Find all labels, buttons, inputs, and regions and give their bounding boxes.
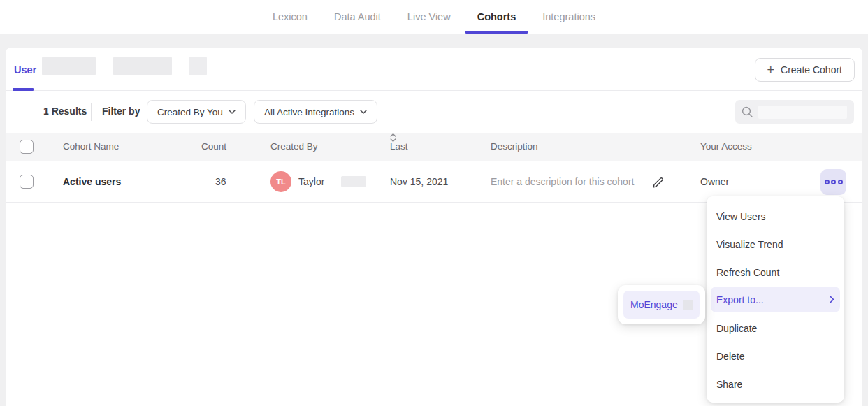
cohorts-panel: User + Create Cohort 1 Results Filter by…: [6, 48, 862, 406]
header-your-access: Your Access: [700, 133, 752, 161]
menu-item-visualize-trend[interactable]: Visualize Trend: [707, 231, 844, 259]
submenu-item-moengage[interactable]: MoEngage: [623, 291, 700, 319]
divider: [91, 103, 92, 121]
menu-item-delete[interactable]: Delete: [707, 342, 844, 370]
pencil-icon: [651, 176, 665, 189]
menu-item-duplicate[interactable]: Duplicate: [707, 314, 844, 342]
search-input[interactable]: [735, 100, 854, 124]
header-count: Count: [201, 133, 226, 161]
chevron-down-icon: [229, 110, 236, 114]
menu-item-export-to[interactable]: Export to...: [711, 287, 840, 312]
export-submenu: MoEngage: [618, 285, 705, 324]
redacted-search-text: [758, 106, 847, 119]
created-by-dropdown[interactable]: Created By You: [147, 100, 246, 124]
menu-item-refresh-count[interactable]: Refresh Count: [707, 259, 844, 287]
row-actions-menu: View Users Visualize Trend Refresh Count…: [707, 196, 844, 403]
filter-bar: 1 Results Filter by Created By You All A…: [6, 91, 862, 133]
redacted-tab: [42, 57, 96, 75]
edit-description-button[interactable]: [650, 175, 665, 190]
plus-icon: +: [767, 64, 775, 76]
results-count: 1 Results: [43, 106, 87, 117]
table-header-row: Cohort Name Count Created By Last Modifi…: [6, 133, 862, 161]
chevron-right-icon: [830, 296, 834, 303]
description-field[interactable]: Enter a description for this cohort: [491, 161, 634, 203]
menu-item-share[interactable]: Share: [707, 370, 844, 398]
header-cohort-name: Cohort Name: [63, 133, 119, 161]
cohort-name-link[interactable]: Active users: [63, 161, 121, 203]
submenu-item-moengage-label: MoEngage: [630, 299, 678, 310]
redacted-label: [683, 300, 693, 310]
cohort-type-tabbar: User + Create Cohort: [6, 48, 862, 91]
nav-tab-data-audit[interactable]: Data Audit: [321, 0, 394, 34]
nav-tab-live-view[interactable]: Live View: [394, 0, 464, 34]
header-created-by: Created By: [270, 133, 318, 161]
nav-tab-integrations[interactable]: Integrations: [529, 0, 609, 34]
integrations-dropdown[interactable]: All Active Integrations: [254, 100, 377, 124]
search-icon: [741, 106, 754, 119]
redacted-tab: [189, 57, 207, 75]
cohort-count: 36: [215, 161, 226, 203]
menu-item-export-to-label: Export to...: [716, 294, 764, 305]
filter-by-label: Filter by: [102, 106, 140, 117]
created-by-name: Taylor: [298, 161, 324, 203]
create-cohort-button[interactable]: + Create Cohort: [755, 58, 855, 82]
row-actions-button[interactable]: [820, 169, 846, 195]
top-navigation: Lexicon Data Audit Live View Cohorts Int…: [0, 0, 868, 34]
redacted-tab: [113, 57, 172, 75]
sort-icon: [390, 133, 396, 143]
integrations-dropdown-label: All Active Integrations: [264, 107, 354, 117]
create-cohort-label: Create Cohort: [781, 64, 842, 75]
menu-item-view-users[interactable]: View Users: [707, 203, 844, 231]
row-checkbox[interactable]: [20, 175, 34, 189]
created-by-dropdown-label: Created By You: [157, 107, 223, 117]
dots-icon: [825, 180, 830, 184]
select-all-checkbox[interactable]: [20, 140, 34, 154]
last-modified-date: Nov 15, 2021: [390, 161, 448, 203]
chevron-down-icon: [360, 110, 367, 114]
nav-tab-lexicon[interactable]: Lexicon: [259, 0, 321, 34]
nav-tab-cohorts[interactable]: Cohorts: [464, 0, 530, 34]
header-description: Description: [491, 133, 538, 161]
tab-user[interactable]: User: [14, 64, 36, 75]
avatar: TL: [270, 171, 291, 192]
redacted-name: [341, 176, 366, 187]
